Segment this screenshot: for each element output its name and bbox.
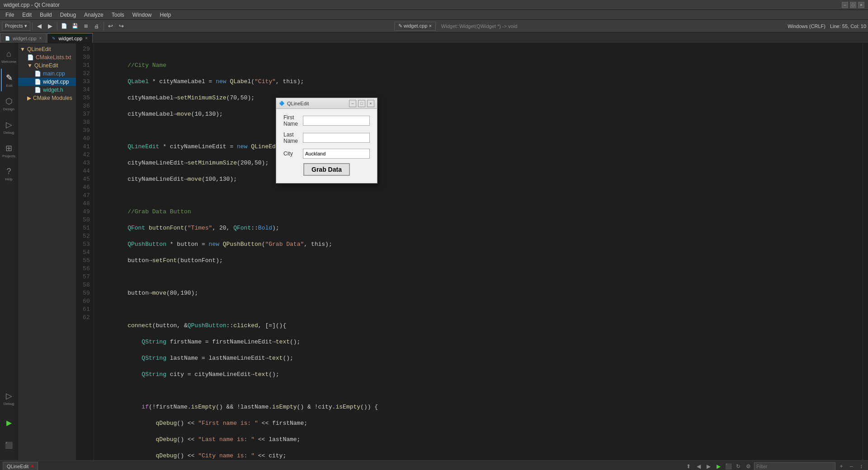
tab-widget-cpp-2[interactable]: ✎ widget.cpp ×	[47, 33, 92, 43]
output-settings-btn[interactable]: ⚙	[744, 462, 752, 470]
minimize-button[interactable]: –	[842, 2, 848, 8]
titlebar-title: widget.cpp - Qt Creator	[4, 2, 60, 8]
menu-tools[interactable]: Tools	[108, 11, 128, 19]
welcome-icon: ⌂	[6, 49, 11, 59]
tab-label-active: widget.cpp	[58, 36, 82, 41]
qt-titlebar-controls: – □ ×	[349, 100, 374, 107]
bottom-toolbar: QLineEdit ✕ ⬆ ◀ ▶ ▶ ⬛ ↻ ⚙ + – ↕	[0, 461, 868, 470]
filter-input[interactable]	[754, 462, 835, 470]
debug-label: Debug	[4, 131, 14, 135]
sidebar-icon-help[interactable]: ? Help	[1, 163, 17, 185]
qt-close-btn[interactable]: ×	[367, 100, 374, 107]
print-btn[interactable]: 🖨	[92, 21, 102, 31]
line-ending-indicator: Windows (CRLF)	[788, 24, 826, 29]
save-btn[interactable]: 💾	[70, 21, 80, 31]
tab-label: widget.cpp	[13, 36, 37, 41]
sidebar-icon-projects[interactable]: ⊞ Projects	[1, 139, 17, 162]
qt-city-input[interactable]	[303, 149, 370, 159]
tab-close-2[interactable]: ×	[85, 36, 88, 41]
output-tab-close[interactable]: ✕	[30, 464, 34, 469]
main-cpp-label: main.cpp	[43, 70, 65, 77]
menu-edit[interactable]: Edit	[19, 11, 35, 19]
widget-cpp-icon: 📄	[34, 79, 41, 85]
menu-help[interactable]: Help	[156, 11, 175, 19]
debug-icon: ▷	[6, 120, 12, 130]
back-btn[interactable]: ◀	[34, 21, 44, 31]
file-tree: ▼ QLineEdit 📄 CMakeLists.txt ▼ QLineEdit…	[18, 43, 76, 460]
undo-btn[interactable]: ↩	[106, 21, 116, 31]
forward-btn[interactable]: ▶	[45, 21, 55, 31]
qt-city-row: City	[283, 149, 370, 159]
qt-window-titlebar: 🔷 QLineEdit – □ ×	[276, 98, 377, 109]
output-prev-btn[interactable]: ◀	[694, 462, 703, 470]
menu-window[interactable]: Window	[129, 11, 156, 19]
tree-widget-h[interactable]: 📄 widget.h	[18, 86, 76, 94]
tab-close-1[interactable]: ×	[39, 36, 42, 41]
sidebar-icon-debug[interactable]: ▷ Debug	[1, 116, 17, 138]
menu-build[interactable]: Build	[36, 11, 56, 19]
tree-cmake-modules[interactable]: ▶ CMake Modules	[18, 94, 76, 102]
menu-debug[interactable]: Debug	[57, 11, 80, 19]
qt-grab-data-button[interactable]: Grab Data	[303, 163, 350, 176]
new-file-btn[interactable]: 📄	[59, 21, 69, 31]
output-tab-name: QLineEdit	[7, 464, 28, 469]
qt-window-icon: 🔷	[279, 101, 284, 106]
function-breadcrumb: Widget::Widget(QWidget *) -> void	[439, 24, 520, 29]
close-button[interactable]: ×	[858, 2, 864, 8]
tree-cmakelists[interactable]: 📄 CMakeLists.txt	[18, 53, 76, 61]
output-next-btn[interactable]: ▶	[704, 462, 712, 470]
qt-city-label: City	[283, 150, 299, 157]
tab-icon: 📄	[5, 36, 10, 41]
editor-scrollbar[interactable]	[863, 43, 868, 460]
qt-window-body: First Name Last Name City Grab Data	[276, 109, 377, 183]
tree-qlineedit-project[interactable]: ▼ QLineEdit	[18, 45, 76, 53]
tab-widget-cpp-1[interactable]: 📄 widget.cpp ×	[0, 33, 47, 43]
project-collapse-icon: ▼	[20, 46, 25, 52]
menubar: File Edit Build Debug Analyze Tools Wind…	[0, 10, 868, 20]
code-container[interactable]: 29 30 31 32 33 34 35 36 37 38 39 40 41 4…	[76, 43, 863, 460]
project-selector[interactable]: Projects ▾	[2, 22, 30, 31]
tree-main-cpp[interactable]: 📄 main.cpp	[18, 70, 76, 78]
qt-last-name-input[interactable]	[303, 133, 370, 143]
sidebar-icon-design[interactable]: ⬡ Design	[1, 92, 17, 115]
widget-h-icon: 📄	[34, 87, 41, 93]
cmake-label: CMakeLists.txt	[36, 54, 71, 61]
editor-area: 29 30 31 32 33 34 35 36 37 38 39 40 41 4…	[76, 43, 863, 460]
qt-first-name-row: First Name	[283, 114, 370, 127]
sidebar-icon-run[interactable]: ▶	[1, 411, 17, 434]
output-tab[interactable]: QLineEdit ✕	[3, 462, 38, 470]
maximize-button[interactable]: □	[850, 2, 856, 8]
file-tab: ✎ widget.cpp ×	[394, 22, 436, 31]
output-add-btn[interactable]: +	[837, 462, 845, 470]
sidebar-icon-debug2[interactable]: ▷ Debug	[1, 387, 17, 409]
qt-first-name-label: First Name	[283, 114, 299, 127]
qt-maximize-btn[interactable]: □	[358, 100, 365, 107]
save-all-btn[interactable]: ⊞	[81, 21, 91, 31]
output-collapse-btn[interactable]: ↕	[857, 462, 865, 470]
projects-label: Projects	[2, 154, 15, 158]
widget-h-label: widget.h	[43, 87, 63, 93]
qt-preview-window[interactable]: 🔷 QLineEdit – □ × First Name Last Name	[276, 98, 377, 183]
sidebar-icon-edit[interactable]: ✎ Edit	[1, 69, 17, 91]
qt-first-name-input[interactable]	[303, 116, 370, 126]
qt-minimize-btn[interactable]: –	[349, 100, 356, 107]
redo-btn[interactable]: ↪	[117, 21, 127, 31]
bottom-panel: QLineEdit ✕ ⬆ ◀ ▶ ▶ ⬛ ↻ ⚙ + – ↕ Last nam…	[0, 460, 868, 470]
output-scroll-top-btn[interactable]: ⬆	[684, 462, 693, 470]
sidebar-icon-bar: ⌂ Welcome ✎ Edit ⬡ Design ▷ Debug ⊞ Proj…	[0, 43, 18, 460]
sidebar-icon-welcome[interactable]: ⌂ Welcome	[1, 45, 17, 68]
sidebar-icon-stop[interactable]: ⬛	[1, 434, 17, 456]
output-run-btn[interactable]: ▶	[714, 462, 722, 470]
tree-qlineedit-folder[interactable]: ▼ QLineEdit	[18, 61, 76, 70]
qt-last-name-row: Last Name	[283, 132, 370, 144]
menu-file[interactable]: File	[2, 11, 18, 19]
main-area: ⌂ Welcome ✎ Edit ⬡ Design ▷ Debug ⊞ Proj…	[0, 43, 868, 460]
code-content[interactable]: //City Name QLabel * cityNameLabel = new…	[94, 43, 863, 460]
output-stop-btn[interactable]: ⬛	[724, 462, 732, 470]
output-rerun-btn[interactable]: ↻	[734, 462, 742, 470]
toolbar: Projects ▾ ◀ ▶ 📄 💾 ⊞ 🖨 ↩ ↪ ✎ widget.cpp …	[0, 20, 868, 33]
edit-label: Edit	[6, 84, 13, 88]
menu-analyze[interactable]: Analyze	[80, 11, 107, 19]
output-minus-btn[interactable]: –	[847, 462, 855, 470]
tree-widget-cpp[interactable]: 📄 widget.cpp	[18, 78, 76, 86]
